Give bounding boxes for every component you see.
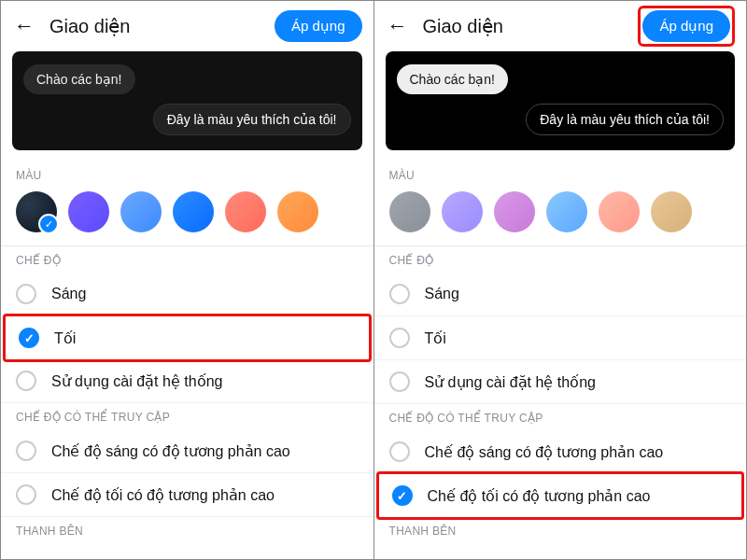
mode-option-system[interactable]: Sử dụng cài đặt hệ thống: [374, 360, 747, 404]
mode-option-dark[interactable]: Tối: [374, 316, 747, 360]
color-swatches: [1, 188, 374, 245]
color-swatch-dark[interactable]: [16, 191, 57, 232]
bubble-incoming: Chào các bạn!: [23, 64, 135, 94]
pane-right: ← Giao diện Áp dụng Chào các bạn! Đây là…: [374, 1, 747, 559]
color-swatch-purple[interactable]: [68, 191, 109, 232]
color-swatch-blue-light[interactable]: [120, 191, 162, 232]
section-mode-label: CHẾ ĐỘ: [374, 246, 747, 273]
radio-icon: [16, 371, 36, 391]
highlight-apply: Áp dụng: [638, 6, 735, 47]
header: ← Giao diện Áp dụng: [374, 1, 747, 51]
accessible-option-light-hc[interactable]: Chế độ sáng có độ tương phản cao: [1, 429, 374, 473]
page-title: Giao diện: [423, 15, 639, 37]
radio-icon: [389, 441, 410, 462]
section-accessible-label: CHẾ ĐỘ CÓ THỂ TRUY CẬP: [1, 403, 374, 429]
radio-icon-checked: [392, 485, 413, 506]
radio-icon: [16, 484, 36, 505]
mode-option-light[interactable]: Sáng: [374, 273, 747, 316]
header: ← Giao diện Áp dụng: [1, 1, 374, 51]
section-accessible-label: CHẾ ĐỘ CÓ THỂ TRUY CẬP: [374, 404, 747, 430]
color-swatch-sky[interactable]: [546, 191, 587, 232]
option-label: Sử dụng cài đặt hệ thống: [425, 373, 596, 391]
option-label: Chế độ sáng có độ tương phản cao: [425, 443, 664, 461]
color-swatch-blue[interactable]: [173, 191, 214, 232]
back-icon[interactable]: ←: [386, 10, 416, 42]
radio-icon-checked: [19, 328, 39, 348]
option-label: Tối: [425, 329, 446, 347]
pane-left: ← Giao diện Áp dụng Chào các bạn! Đây là…: [1, 1, 374, 559]
option-label: Sáng: [425, 286, 459, 302]
radio-icon: [389, 284, 410, 304]
radio-icon: [389, 371, 410, 392]
chat-preview: Chào các bạn! Đây là màu yêu thích của t…: [12, 51, 362, 150]
mode-option-dark[interactable]: Tối: [3, 314, 372, 362]
bubble-outgoing: Đây là màu yêu thích của tôi!: [153, 104, 351, 135]
apply-button[interactable]: Áp dụng: [642, 10, 730, 42]
radio-icon: [389, 328, 410, 348]
radio-icon: [16, 441, 36, 461]
accessible-option-light-hc[interactable]: Chế độ sáng có độ tương phản cao: [374, 430, 747, 474]
back-icon[interactable]: ←: [12, 10, 42, 42]
chat-preview: Chào các bạn! Đây là màu yêu thích của t…: [386, 51, 736, 150]
color-swatch-lavender[interactable]: [442, 191, 483, 232]
comparison-container: ← Giao diện Áp dụng Chào các bạn! Đây là…: [0, 0, 747, 560]
apply-button[interactable]: Áp dụng: [275, 10, 362, 42]
color-swatch-grey[interactable]: [389, 191, 430, 232]
section-color-label: MÀU: [1, 161, 374, 188]
mode-option-system[interactable]: Sử dụng cài đặt hệ thống: [1, 359, 374, 403]
option-label: Sáng: [51, 286, 86, 302]
section-bottom-label: THANH BÊN: [374, 517, 747, 543]
color-swatch-peach[interactable]: [599, 191, 640, 232]
bubble-outgoing: Đây là màu yêu thích của tôi!: [526, 104, 724, 135]
color-swatch-tan[interactable]: [651, 191, 692, 232]
page-title: Giao diện: [49, 15, 275, 37]
color-swatch-orange[interactable]: [277, 191, 318, 232]
option-label: Sử dụng cài đặt hệ thống: [51, 372, 222, 390]
color-swatch-coral[interactable]: [225, 191, 266, 232]
option-label: Chế độ sáng có độ tương phản cao: [51, 442, 290, 460]
section-mode-label: CHẾ ĐỘ: [1, 246, 374, 273]
color-swatch-pink[interactable]: [494, 191, 535, 232]
color-swatches: [374, 188, 747, 245]
accessible-option-dark-hc[interactable]: Chế độ tối có độ tương phản cao: [376, 471, 745, 520]
section-bottom-label: THANH BÊN: [1, 517, 374, 543]
section-color-label: MÀU: [374, 161, 747, 188]
option-label: Chế độ tối có độ tương phản cao: [428, 487, 651, 505]
accessible-option-dark-hc[interactable]: Chế độ tối có độ tương phản cao: [1, 473, 374, 517]
option-label: Chế độ tối có độ tương phản cao: [51, 486, 275, 504]
bubble-incoming: Chào các bạn!: [397, 64, 509, 94]
option-label: Tối: [54, 329, 76, 347]
mode-option-light[interactable]: Sáng: [1, 273, 374, 316]
radio-icon: [16, 284, 36, 304]
